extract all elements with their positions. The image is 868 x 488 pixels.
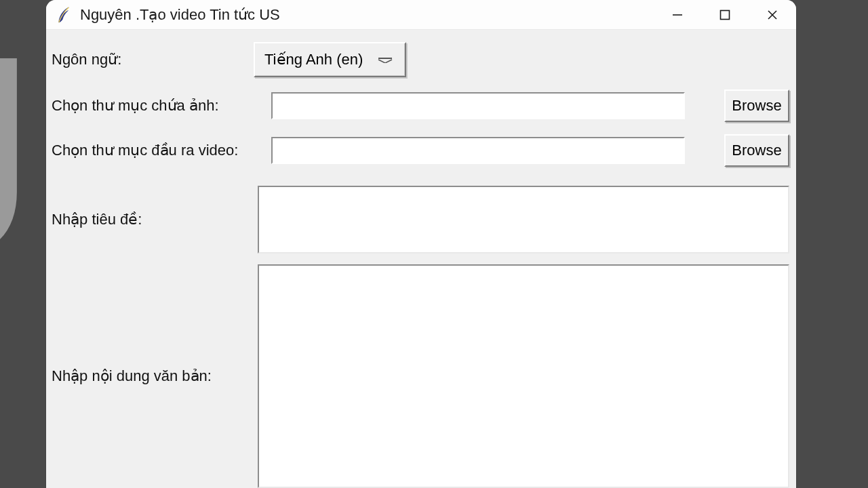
language-selected-value: Tiếng Anh (en) (264, 51, 363, 68)
row-language: Ngôn ngữ: Tiếng Anh (en) (50, 42, 789, 77)
close-button[interactable] (749, 0, 796, 29)
app-feather-icon (56, 5, 72, 25)
client-area: Ngôn ngữ: Tiếng Anh (en) Chọn thư mục ch… (46, 30, 796, 488)
image-dir-browse-button[interactable]: Browse (724, 89, 789, 122)
background-watermark-left: J (0, 14, 37, 298)
row-title-field: Nhập tiêu đề: (50, 186, 789, 253)
titlebar: Nguyên .Tạo video Tin tức US (46, 0, 796, 30)
window-controls (654, 0, 796, 29)
window-title: Nguyên .Tạo video Tin tức US (80, 6, 654, 24)
svg-rect-1 (721, 10, 730, 19)
browse-label: Browse (732, 97, 781, 115)
row-image-dir: Chọn thư mục chứa ảnh: Browse (50, 89, 789, 122)
background-watermark-right: P (861, 14, 868, 298)
language-label: Ngôn ngữ: (50, 51, 254, 68)
language-select[interactable]: Tiếng Anh (en) (254, 42, 406, 77)
row-output-dir: Chọn thư mục đầu ra video: Browse (50, 134, 789, 167)
row-body-field: Nhập nội dung văn bản: (50, 264, 789, 488)
image-dir-label: Chọn thư mục chứa ảnh: (50, 97, 271, 115)
image-dir-input[interactable] (271, 92, 685, 119)
app-window: Nguyên .Tạo video Tin tức US Ngôn ngữ: T… (46, 0, 796, 488)
title-field-label: Nhập tiêu đề: (50, 211, 258, 228)
dropdown-caret-icon (378, 56, 393, 63)
output-dir-browse-button[interactable]: Browse (724, 134, 789, 167)
minimize-button[interactable] (654, 0, 701, 29)
title-textarea[interactable] (258, 186, 789, 253)
body-textarea[interactable] (258, 264, 789, 488)
output-dir-input[interactable] (271, 137, 685, 164)
maximize-button[interactable] (701, 0, 749, 29)
browse-label: Browse (732, 142, 781, 159)
body-field-label: Nhập nội dung văn bản: (50, 367, 258, 385)
output-dir-label: Chọn thư mục đầu ra video: (50, 142, 271, 159)
